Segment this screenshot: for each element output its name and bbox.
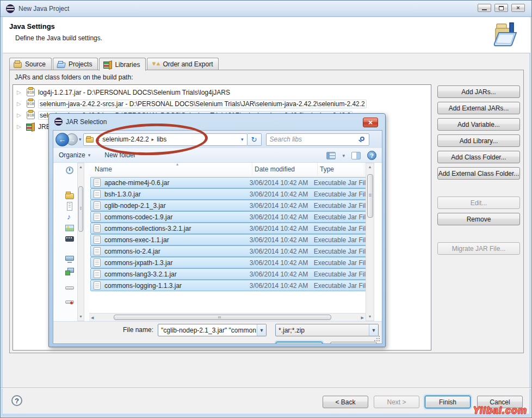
file-list-hscrollbar[interactable]: ◀ ▶	[89, 313, 366, 321]
jar-file-icon	[94, 247, 101, 255]
scroll-down-icon[interactable]: ▼	[366, 313, 374, 321]
tab[interactable]: Order and Export	[147, 58, 219, 70]
close-button[interactable]: ×	[511, 4, 525, 12]
next-button[interactable]: Next >	[374, 396, 419, 408]
libraries-icon[interactable]	[65, 191, 74, 200]
library-icon	[26, 123, 35, 131]
jar-file-icon	[94, 259, 101, 267]
search-input[interactable]	[270, 136, 357, 143]
search-box[interactable]	[266, 133, 369, 146]
file-row-selected[interactable]: commons-logging-1.1.3.jar 3/06/2014 10:4…	[90, 280, 372, 291]
dialog-cancel-button[interactable]: Cancel	[330, 342, 377, 344]
side-button[interactable]: Add Library...	[437, 134, 520, 147]
expand-arrow-icon[interactable]	[17, 89, 24, 95]
refresh-button[interactable]	[248, 133, 262, 146]
window-title: New Java Project	[18, 5, 69, 13]
column-name[interactable]: Name ▴	[89, 163, 252, 175]
window-border	[529, 17, 531, 415]
tab[interactable]: Projects	[53, 58, 98, 70]
maximize-icon	[499, 6, 504, 10]
file-type-filter-combo[interactable]: *.jar;*.zip ▼	[275, 324, 379, 336]
close-icon: ×	[516, 5, 519, 11]
recent-pages-chevron-icon[interactable]: ▾	[79, 137, 82, 142]
file-name-combo[interactable]: "cglib-nodep-2.1_3.jar" "common ▼	[158, 324, 267, 336]
build-path-item[interactable]: log4j-1.2.17.jar - D:\PERSONAL DOCS\Sele…	[13, 87, 431, 98]
computer-icon[interactable]	[65, 255, 74, 264]
videos-icon[interactable]	[65, 235, 74, 243]
local-disk-icon[interactable]	[65, 284, 74, 292]
scroll-up-icon[interactable]: ▲	[78, 163, 84, 171]
column-date-modified[interactable]: Date modified	[252, 163, 318, 175]
side-button[interactable]: Add External JARs...	[437, 102, 520, 114]
window-border	[1, 414, 531, 417]
documents-icon[interactable]	[65, 202, 74, 211]
network-icon[interactable]	[65, 267, 74, 276]
file-list-scrollbar[interactable]: ▲ ▼	[366, 163, 374, 321]
expand-arrow-icon[interactable]	[17, 124, 24, 130]
file-row-selected[interactable]: commons-lang3-3.2.1.jar 3/06/2014 10:42 …	[90, 268, 372, 280]
scrollbar-thumb[interactable]	[114, 315, 331, 320]
file-name-value: "cglib-nodep-2.1_3.jar" "common	[161, 327, 256, 334]
back-button[interactable]: < Back	[323, 396, 368, 408]
window-titlebar[interactable]: New Java Project ×	[1, 1, 531, 17]
change-view-icon[interactable]	[326, 152, 336, 159]
file-row-selected[interactable]: commons-collections-3.2.1.jar 3/06/2014 …	[90, 223, 372, 234]
scroll-down-icon[interactable]: ▼	[78, 313, 84, 321]
file-row-selected[interactable]: bsh-1.3.0.jar 3/06/2014 10:42 AM Executa…	[90, 188, 372, 200]
open-button[interactable]: Open	[276, 342, 323, 344]
order-export-tab-icon	[151, 60, 160, 68]
help-icon[interactable]: ?	[367, 151, 376, 160]
tab[interactable]: Source	[9, 58, 52, 70]
minimize-button[interactable]	[478, 4, 491, 12]
file-row-selected[interactable]: commons-io-2.4.jar 3/06/2014 10:42 AM Ex…	[90, 245, 372, 257]
expand-arrow-icon[interactable]	[17, 101, 24, 107]
maximize-button[interactable]	[494, 4, 508, 12]
chevron-down-icon[interactable]: ▼	[369, 324, 378, 336]
music-icon[interactable]	[65, 213, 74, 222]
eclipse-icon	[6, 4, 15, 13]
side-button[interactable]: Add Variable...	[437, 118, 520, 131]
footer-separator	[1, 388, 531, 389]
scroll-left-icon[interactable]: ◀	[91, 314, 94, 322]
side-button[interactable]: Edit...	[437, 196, 520, 209]
side-button[interactable]: Migrate JAR File...	[437, 242, 520, 255]
scrollbar-thumb[interactable]	[367, 174, 373, 218]
recent-places-icon[interactable]	[65, 166, 74, 175]
organize-button[interactable]: Organize ▾	[59, 151, 90, 159]
column-type[interactable]: Type	[318, 163, 364, 175]
build-path-actions: Add JARs... Add External JARs... Add Var…	[437, 85, 520, 259]
pictures-icon[interactable]	[65, 224, 74, 232]
page-title: Java Settings	[9, 22, 55, 30]
file-row-selected[interactable]: commons-jxpath-1.3.jar 3/06/2014 10:42 A…	[90, 257, 372, 268]
help-icon[interactable]: ?	[11, 395, 22, 406]
chevron-down-icon[interactable]: ▾	[342, 153, 345, 158]
finish-button[interactable]: Finish	[425, 396, 471, 408]
dialog-titlebar[interactable]: JAR Selection	[54, 118, 107, 126]
resize-grip[interactable]	[374, 335, 380, 342]
file-row-selected[interactable]: apache-mime4j-0.6.jar 3/06/2014 10:42 AM…	[90, 177, 372, 188]
scroll-up-icon[interactable]: ▲	[366, 163, 374, 171]
command-toolbar: Organize ▾ New folder ▾ ?	[53, 148, 382, 163]
expand-arrow-icon[interactable]	[17, 112, 24, 118]
scroll-right-icon[interactable]: ▶	[361, 314, 364, 322]
side-button[interactable]: Add External Class Folder...	[437, 167, 520, 180]
side-button[interactable]: Remove	[437, 213, 520, 225]
jar-icon	[27, 88, 35, 96]
side-button[interactable]: Add Class Folder...	[437, 151, 520, 163]
file-row-selected[interactable]: commons-exec-1.1.jar 3/06/2014 10:42 AM …	[90, 234, 372, 245]
dvd-drive-icon[interactable]	[65, 298, 74, 306]
column-headers: Name ▴ Date modified Type Siz	[89, 163, 374, 176]
preview-pane-icon[interactable]	[351, 152, 361, 159]
address-dropdown-icon[interactable]: ▾	[241, 137, 245, 142]
dialog-close-button[interactable]: ✕	[363, 118, 378, 127]
side-button[interactable]: Add JARs...	[437, 85, 520, 98]
minimize-icon	[482, 9, 487, 10]
chevron-down-icon[interactable]: ▼	[257, 324, 266, 336]
scrollbar-thumb[interactable]	[78, 186, 83, 232]
file-row-selected[interactable]: commons-codec-1.9.jar 3/06/2014 10:42 AM…	[90, 211, 372, 223]
nav-pane-scrollbar[interactable]: ▲ ▼	[77, 163, 84, 321]
file-row-selected[interactable]: cglib-nodep-2.1_3.jar 3/06/2014 10:42 AM…	[90, 200, 372, 211]
back-button[interactable]: ←	[55, 133, 69, 146]
build-path-item[interactable]: selenium-java-2.42.2-srcs.jar - D:\PERSO…	[13, 98, 431, 109]
tab[interactable]: Libraries	[99, 58, 146, 71]
